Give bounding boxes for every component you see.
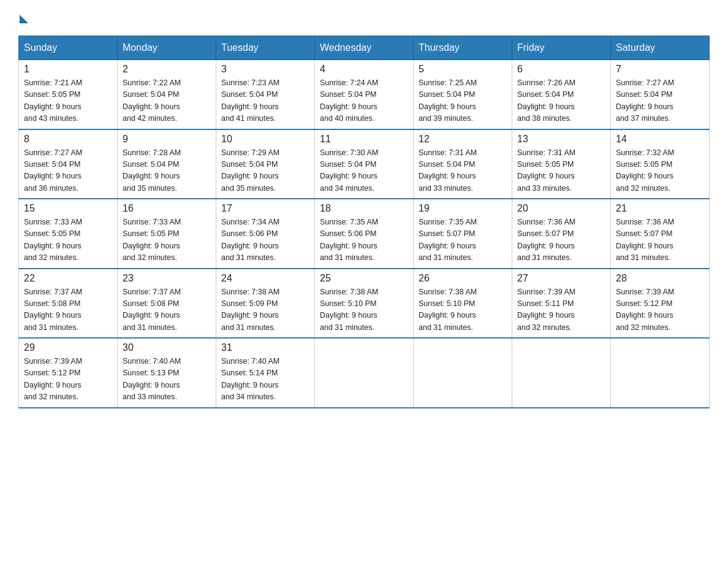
day-info: Sunrise: 7:23 AM Sunset: 5:04 PM Dayligh… — [221, 77, 309, 125]
day-info: Sunrise: 7:28 AM Sunset: 5:04 PM Dayligh… — [123, 147, 211, 195]
calendar-cell: 14 Sunrise: 7:32 AM Sunset: 5:05 PM Dayl… — [611, 129, 710, 199]
sunrise-label: Sunrise: 7:37 AM — [24, 288, 82, 296]
daylight-label: Daylight: 9 hours — [123, 172, 180, 180]
daylight-minutes: and 33 minutes. — [517, 184, 572, 193]
day-info: Sunrise: 7:34 AM Sunset: 5:06 PM Dayligh… — [221, 216, 309, 264]
daylight-label: Daylight: 9 hours — [517, 242, 575, 250]
sunset-label: Sunset: 5:04 PM — [221, 160, 278, 169]
day-info: Sunrise: 7:40 AM Sunset: 5:13 PM Dayligh… — [123, 356, 211, 404]
daylight-label: Daylight: 9 hours — [419, 242, 476, 250]
calendar-cell: 4 Sunrise: 7:24 AM Sunset: 5:04 PM Dayli… — [315, 60, 414, 129]
sunrise-label: Sunrise: 7:35 AM — [320, 218, 378, 226]
calendar-cell: 13 Sunrise: 7:31 AM Sunset: 5:05 PM Dayl… — [512, 129, 611, 199]
daylight-label: Daylight: 9 hours — [419, 172, 476, 180]
day-info: Sunrise: 7:24 AM Sunset: 5:04 PM Dayligh… — [320, 77, 408, 125]
calendar-cell: 22 Sunrise: 7:37 AM Sunset: 5:08 PM Dayl… — [19, 269, 118, 339]
daylight-label: Daylight: 9 hours — [123, 381, 180, 389]
sunrise-label: Sunrise: 7:36 AM — [517, 218, 575, 226]
week-row-1: 1 Sunrise: 7:21 AM Sunset: 5:05 PM Dayli… — [19, 60, 710, 129]
daylight-minutes: and 32 minutes. — [616, 184, 670, 193]
sunrise-label: Sunrise: 7:27 AM — [616, 79, 674, 87]
calendar-cell: 25 Sunrise: 7:38 AM Sunset: 5:10 PM Dayl… — [315, 269, 414, 339]
sunrise-label: Sunrise: 7:29 AM — [221, 148, 279, 157]
calendar-cell — [414, 338, 512, 408]
daylight-minutes: and 31 minutes. — [419, 323, 473, 332]
day-number: 19 — [419, 203, 507, 214]
week-row-3: 15 Sunrise: 7:33 AM Sunset: 5:05 PM Dayl… — [19, 199, 710, 269]
sunset-label: Sunset: 5:05 PM — [123, 229, 179, 238]
day-number: 27 — [517, 273, 605, 284]
daylight-minutes: and 40 minutes. — [320, 114, 374, 123]
sunset-label: Sunset: 5:04 PM — [123, 90, 179, 99]
day-number: 18 — [320, 203, 408, 214]
day-info: Sunrise: 7:36 AM Sunset: 5:07 PM Dayligh… — [517, 216, 605, 264]
daylight-minutes: and 31 minutes. — [123, 323, 177, 332]
day-info: Sunrise: 7:29 AM Sunset: 5:04 PM Dayligh… — [221, 147, 309, 195]
calendar-cell: 30 Sunrise: 7:40 AM Sunset: 5:13 PM Dayl… — [118, 338, 216, 408]
day-number: 25 — [320, 273, 408, 284]
daylight-minutes: and 42 minutes. — [123, 114, 177, 123]
day-number: 4 — [320, 64, 408, 75]
day-info: Sunrise: 7:27 AM Sunset: 5:04 PM Dayligh… — [24, 147, 112, 195]
sunrise-label: Sunrise: 7:38 AM — [320, 288, 378, 296]
day-info: Sunrise: 7:33 AM Sunset: 5:05 PM Dayligh… — [123, 216, 211, 264]
day-number: 26 — [419, 273, 507, 284]
daylight-minutes: and 31 minutes. — [221, 323, 276, 332]
calendar-cell — [315, 338, 414, 408]
sunrise-label: Sunrise: 7:37 AM — [123, 288, 181, 296]
day-number: 14 — [616, 134, 704, 145]
sunrise-label: Sunrise: 7:36 AM — [616, 218, 674, 226]
day-number: 21 — [616, 203, 704, 214]
calendar-cell: 21 Sunrise: 7:36 AM Sunset: 5:07 PM Dayl… — [611, 199, 710, 269]
header-day-monday: Monday — [118, 36, 216, 60]
day-info: Sunrise: 7:39 AM Sunset: 5:11 PM Dayligh… — [517, 286, 605, 334]
day-info: Sunrise: 7:33 AM Sunset: 5:05 PM Dayligh… — [24, 216, 112, 264]
sunset-label: Sunset: 5:05 PM — [616, 160, 672, 169]
day-info: Sunrise: 7:31 AM Sunset: 5:05 PM Dayligh… — [517, 147, 605, 195]
sunrise-label: Sunrise: 7:21 AM — [24, 79, 82, 87]
daylight-minutes: and 34 minutes. — [320, 184, 374, 193]
day-number: 29 — [24, 342, 112, 353]
page-header — [18, 12, 710, 23]
daylight-label: Daylight: 9 hours — [320, 311, 377, 320]
sunrise-label: Sunrise: 7:32 AM — [616, 148, 674, 157]
sunrise-label: Sunrise: 7:22 AM — [123, 79, 181, 87]
sunrise-label: Sunrise: 7:30 AM — [320, 148, 378, 157]
daylight-label: Daylight: 9 hours — [221, 102, 279, 111]
sunrise-label: Sunrise: 7:33 AM — [24, 218, 82, 226]
daylight-label: Daylight: 9 hours — [320, 242, 377, 250]
day-number: 9 — [123, 134, 211, 145]
sunset-label: Sunset: 5:08 PM — [24, 299, 80, 308]
sunset-label: Sunset: 5:04 PM — [123, 160, 179, 169]
daylight-label: Daylight: 9 hours — [616, 311, 673, 320]
daylight-minutes: and 31 minutes. — [616, 253, 670, 262]
day-info: Sunrise: 7:35 AM Sunset: 5:06 PM Dayligh… — [320, 216, 408, 264]
day-info: Sunrise: 7:39 AM Sunset: 5:12 PM Dayligh… — [616, 286, 704, 334]
sunrise-label: Sunrise: 7:26 AM — [517, 79, 575, 87]
day-info: Sunrise: 7:27 AM Sunset: 5:04 PM Dayligh… — [616, 77, 704, 125]
daylight-label: Daylight: 9 hours — [221, 381, 279, 389]
sunrise-label: Sunrise: 7:38 AM — [221, 288, 279, 296]
daylight-minutes: and 35 minutes. — [123, 184, 177, 193]
daylight-label: Daylight: 9 hours — [123, 242, 180, 250]
daylight-label: Daylight: 9 hours — [616, 102, 673, 111]
sunrise-label: Sunrise: 7:40 AM — [221, 357, 279, 366]
sunset-label: Sunset: 5:14 PM — [221, 369, 278, 377]
sunset-label: Sunset: 5:09 PM — [221, 299, 278, 308]
sunrise-label: Sunrise: 7:24 AM — [320, 79, 378, 87]
sunset-label: Sunset: 5:12 PM — [616, 299, 672, 308]
daylight-label: Daylight: 9 hours — [24, 102, 82, 111]
day-number: 6 — [517, 64, 605, 75]
sunset-label: Sunset: 5:04 PM — [419, 160, 475, 169]
day-number: 5 — [419, 64, 507, 75]
calendar-cell: 31 Sunrise: 7:40 AM Sunset: 5:14 PM Dayl… — [216, 338, 315, 408]
daylight-label: Daylight: 9 hours — [320, 172, 377, 180]
calendar-cell: 23 Sunrise: 7:37 AM Sunset: 5:08 PM Dayl… — [118, 269, 216, 339]
daylight-minutes: and 37 minutes. — [616, 114, 670, 123]
day-info: Sunrise: 7:26 AM Sunset: 5:04 PM Dayligh… — [517, 77, 605, 125]
daylight-minutes: and 31 minutes. — [24, 323, 78, 332]
header-day-wednesday: Wednesday — [315, 36, 414, 60]
daylight-label: Daylight: 9 hours — [320, 102, 377, 111]
sunrise-label: Sunrise: 7:35 AM — [419, 218, 477, 226]
day-number: 24 — [221, 273, 309, 284]
